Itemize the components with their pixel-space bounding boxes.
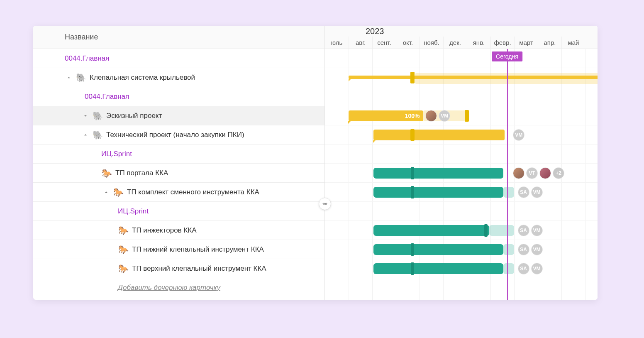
timeline-rows: 100%VMVMVT+2SAVMSAVMSAVMSAVM	[325, 49, 598, 300]
assignee-avatars[interactable]: SAVM	[518, 221, 543, 240]
progress-marker[interactable]	[410, 72, 415, 83]
timeline-row	[325, 49, 598, 68]
chevron-up-icon[interactable]	[80, 130, 90, 140]
timeline-row: SAVM	[325, 259, 598, 278]
timeline-row	[325, 87, 598, 106]
column-header-name[interactable]: Название	[33, 26, 324, 49]
task-row[interactable]: 0044.Главная	[33, 87, 324, 106]
progress-marker[interactable]	[484, 224, 488, 237]
gantt-baseline	[503, 244, 514, 255]
task-row[interactable]: 🐎ТП верхний клепальный инструмент ККА	[33, 259, 324, 278]
horse-icon: 🐎	[118, 264, 129, 274]
elephant-icon: 🐘	[92, 130, 103, 140]
progress-marker[interactable]	[465, 110, 469, 122]
avatar-badge[interactable]: SA	[518, 263, 529, 274]
task-row[interactable]: 0044.Главная	[33, 49, 324, 68]
add-child-label: Добавить дочернюю карточку	[118, 284, 220, 292]
task-link[interactable]: 0044.Главная	[65, 54, 109, 63]
avatar-badge[interactable]: VM	[513, 129, 524, 141]
gantt-summary-bar[interactable]	[349, 76, 598, 79]
month-header: окт.	[396, 37, 420, 49]
assignee-avatars[interactable]: VM	[425, 106, 450, 125]
pane-splitter-handle[interactable]	[319, 198, 331, 210]
avatar-badge[interactable]: VM	[531, 186, 543, 198]
avatar-badge[interactable]: VM	[531, 263, 543, 274]
month-header: апр.	[538, 37, 561, 49]
task-list-pane: Название 0044.Главная🐘Клепальная система…	[33, 26, 325, 300]
avatar-photo[interactable]	[539, 167, 551, 179]
task-row[interactable]: ИЦ.Sprint	[33, 202, 324, 221]
avatar-badge[interactable]: VM	[531, 244, 543, 255]
month-header: март	[514, 37, 538, 49]
timeline-row: VM	[325, 125, 598, 145]
task-row[interactable]: 🐘Эскизный проект	[33, 106, 324, 125]
add-child-card-link[interactable]: Добавить дочернюю карточку	[33, 278, 324, 297]
progress-marker[interactable]	[411, 243, 414, 256]
avatar-badge[interactable]: VM	[531, 225, 543, 236]
task-title: ТП портала ККА	[115, 169, 168, 177]
gantt-task-bar[interactable]: 100%	[349, 110, 423, 121]
task-link[interactable]: ИЦ.Sprint	[118, 207, 149, 216]
avatar-badge[interactable]: SA	[518, 244, 529, 255]
timeline-row: SAVM	[325, 240, 598, 259]
task-row[interactable]: 🐎ТП портала ККА	[33, 164, 324, 183]
timeline-year: 2023	[366, 27, 384, 36]
progress-marker[interactable]	[411, 262, 414, 275]
avatar-badge[interactable]: VT	[526, 167, 538, 179]
avatar-badge[interactable]: SA	[518, 225, 529, 236]
task-row[interactable]: 🐎ТП комплект сменного инструмента ККА	[33, 183, 324, 202]
horse-icon: 🐎	[113, 187, 124, 197]
avatar-more[interactable]: +2	[553, 167, 564, 179]
assignee-avatars[interactable]: SAVM	[518, 240, 543, 259]
progress-marker[interactable]	[411, 186, 414, 198]
task-link[interactable]: 0044.Главная	[85, 93, 129, 101]
chevron-down-icon[interactable]	[80, 111, 90, 121]
task-link[interactable]: ИЦ.Sprint	[101, 150, 132, 158]
assignee-avatars[interactable]: VT+2	[513, 164, 564, 183]
task-title: Эскизный проект	[106, 112, 162, 120]
avatar-photo[interactable]	[513, 167, 524, 179]
gantt-task-bar[interactable]	[373, 225, 489, 236]
task-row[interactable]: 🐘Технический проект (начало закупки ПКИ)	[33, 125, 324, 145]
gantt-baseline	[503, 263, 514, 274]
gantt-task-bar[interactable]	[373, 130, 505, 140]
progress-marker[interactable]	[410, 129, 415, 141]
avatar-badge[interactable]: SA	[518, 186, 529, 198]
chevron-up-icon[interactable]	[101, 187, 111, 197]
task-title: Клепальная система крыльевой	[90, 73, 195, 82]
today-marker-line	[507, 49, 508, 300]
today-label: Сегодня	[496, 53, 518, 60]
timeline-body[interactable]: 100%VMVMVT+2SAVMSAVMSAVMSAVM Сегодня	[325, 49, 598, 300]
month-header: февр.	[490, 37, 514, 49]
avatar-badge[interactable]: VM	[439, 110, 450, 122]
gantt-task-bar[interactable]	[373, 168, 504, 179]
month-header: май	[561, 37, 585, 49]
elephant-icon: 🐘	[76, 73, 86, 83]
timeline-row: VT+2	[325, 164, 598, 183]
avatar-photo[interactable]	[425, 110, 437, 122]
horse-icon: 🐎	[118, 245, 129, 255]
task-row[interactable]: 🐎ТП нижний клепальный инструмент ККА	[33, 240, 324, 259]
month-header: нояб.	[420, 37, 443, 49]
column-header-label: Название	[65, 33, 98, 42]
task-title: Технический проект (начало закупки ПКИ)	[106, 131, 244, 139]
month-header: сент.	[372, 37, 396, 49]
assignee-avatars[interactable]: VM	[513, 125, 524, 145]
today-badge[interactable]: Сегодня	[492, 51, 522, 61]
task-row[interactable]: 🐎ТП инжекторов ККА	[33, 221, 324, 240]
timeline-header: 2023 юльавг.сент.окт.нояб.дек.янв.февр.м…	[325, 26, 598, 49]
resize-horizontal-icon	[322, 201, 328, 207]
assignee-avatars[interactable]: SAVM	[518, 183, 543, 202]
task-row[interactable]: ИЦ.Sprint	[33, 145, 324, 164]
timeline-row	[325, 202, 598, 221]
task-row[interactable]: 🐘Клепальная система крыльевой	[33, 68, 324, 87]
gantt-task-bar[interactable]	[373, 187, 504, 198]
progress-marker[interactable]	[411, 167, 414, 179]
assignee-avatars[interactable]: SAVM	[518, 259, 543, 278]
horse-icon: 🐎	[101, 168, 112, 178]
gantt-task-bar[interactable]	[373, 263, 504, 274]
task-title: ТП верхний клепальный инструмент ККА	[132, 265, 266, 273]
gantt-task-bar[interactable]	[373, 244, 504, 255]
chevron-up-icon[interactable]	[64, 73, 74, 83]
month-header: авг.	[349, 37, 372, 49]
